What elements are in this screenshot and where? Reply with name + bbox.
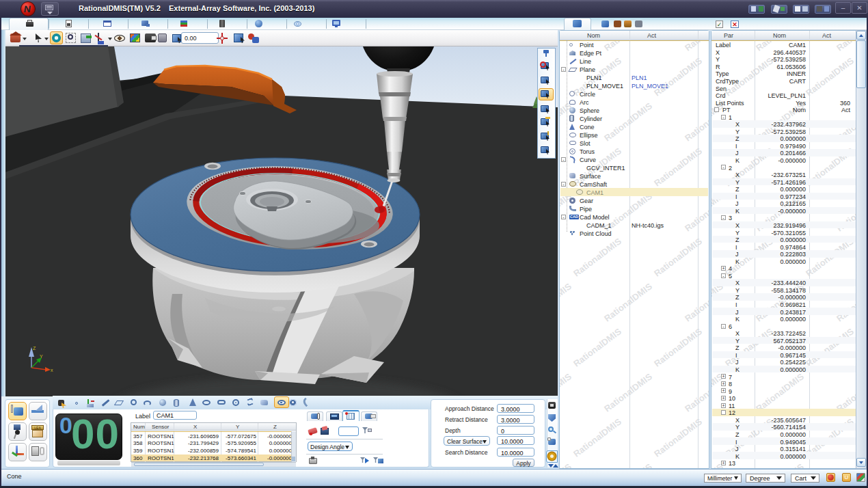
svg-text:Z: Z [33,346,36,351]
svg-text:x: x [51,368,53,372]
svg-text:Y: Y [40,354,43,359]
